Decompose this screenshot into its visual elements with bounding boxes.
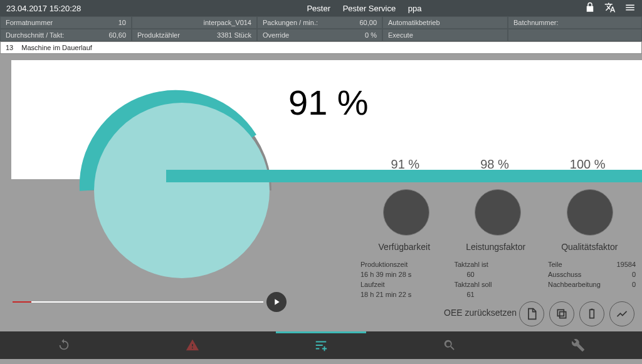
top-bar: 23.04.2017 15:20:28 Pester Pester Servic… [0,0,642,16]
nav-tools[interactable] [513,331,642,359]
play-icon [271,297,282,307]
lock-icon[interactable] [584,2,596,15]
status-code: 13 [6,44,13,51]
teal-bar [166,170,642,182]
timeline-slider-track[interactable] [13,301,263,303]
trend-button[interactable] [609,301,634,326]
cell-produktzaehler: Produktzähler3381 Stück [132,29,257,41]
service-label: Pester Service [343,4,396,13]
warning-icon [186,338,199,352]
avail-pct: 91 % [391,157,420,172]
wrench-icon [571,338,585,352]
header-center: Pester Pester Service ppa [144,4,584,13]
battery-icon [586,308,598,320]
cell-format-name: interpack_V014 [132,16,257,29]
avail-label: Verfügbarkeit [379,242,431,252]
oee-percent: 91 % [288,82,369,123]
nav-sync[interactable] [0,331,129,359]
svg-rect-0 [590,309,594,318]
battery-button[interactable] [579,301,604,326]
nav-search[interactable] [385,331,513,359]
qual-label: Qualitätsfaktor [561,242,618,252]
nav-tune[interactable] [257,331,386,359]
reset-button[interactable] [519,301,544,326]
main-area: 91 % 91 % 98 % 100 % Verfügbarkeit Leist… [0,54,642,331]
user-label: ppa [408,4,422,13]
timeline-slider-handle[interactable] [266,292,287,312]
copy-icon [555,308,568,320]
nav-alarm[interactable] [129,331,257,359]
cell-formatnummer: Formatnummer10 [0,16,132,29]
tune-icon [314,338,328,352]
brand-label: Pester [307,4,330,13]
sync-icon [57,338,71,352]
svg-rect-1 [591,309,592,310]
trend-icon [616,308,628,320]
timeline-slider-error-segment [13,301,31,303]
language-icon[interactable] [604,2,616,15]
search-icon [443,338,456,352]
qual-pct: 100 % [570,157,606,172]
qual-details: Teile19584 Ausschuss0 Nachbearbeitung0 [548,259,636,299]
cell-durchschnitt: Durchschnitt / Takt:60,60 [0,29,132,41]
datetime: 23.04.2017 15:20:28 [6,4,144,13]
status-line: 13 Maschine im Dauerlauf [0,41,642,54]
cell-batch: Batchnummer: [508,16,642,29]
action-buttons [519,301,634,326]
status-text: Maschine im Dauerlauf [21,44,92,51]
copy-button[interactable] [549,301,574,326]
cell-execute: Execute [382,29,508,41]
metric-circles [360,189,636,236]
metric-labels: Verfügbarkeit Leistungsfaktor Qualitätsf… [360,242,636,252]
document-icon [525,308,538,320]
oee-reset-label: OEE zurücksetzen [444,308,517,318]
perf-circle[interactable] [475,189,521,236]
qual-circle[interactable] [567,189,613,236]
cell-override: Override0 % [257,29,382,41]
bottom-nav [0,331,642,359]
cell-empty [508,29,642,41]
avail-details: Produktionszeit 16 h 39 min 28 s Laufzei… [360,259,448,299]
metric-percents: 91 % 98 % 100 % [360,157,636,172]
perf-label: Leistungsfaktor [466,242,525,252]
cell-packungen: Packungen / min.:60,00 [257,16,382,29]
cell-automatik: Automatikbetrieb [382,16,508,29]
avail-circle[interactable] [383,189,429,236]
info-grid: Formatnummer10 interpack_V014 Packungen … [0,16,642,41]
perf-pct: 98 % [480,157,509,172]
metric-details: Produktionszeit 16 h 39 min 28 s Laufzei… [360,259,636,299]
gauge-fill-circle [94,103,270,278]
perf-details: Taktzahl ist 60 Taktzahl soll 61 [455,259,542,299]
menu-icon[interactable] [624,2,636,15]
